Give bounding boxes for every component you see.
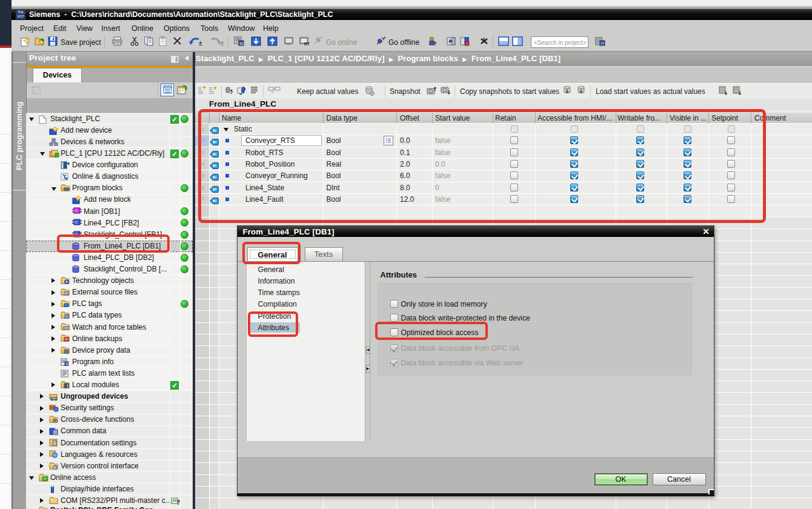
svg-text:?: ?	[433, 41, 437, 47]
svg-text:RT: RT	[304, 42, 310, 46]
svg-text:01: 01	[65, 362, 69, 365]
svg-text:!?: !?	[601, 42, 605, 45]
svg-text:±: ±	[221, 40, 224, 47]
svg-text:±: ±	[199, 40, 202, 47]
svg-text:01: 01	[240, 42, 244, 45]
svg-text:01: 01	[65, 291, 68, 295]
